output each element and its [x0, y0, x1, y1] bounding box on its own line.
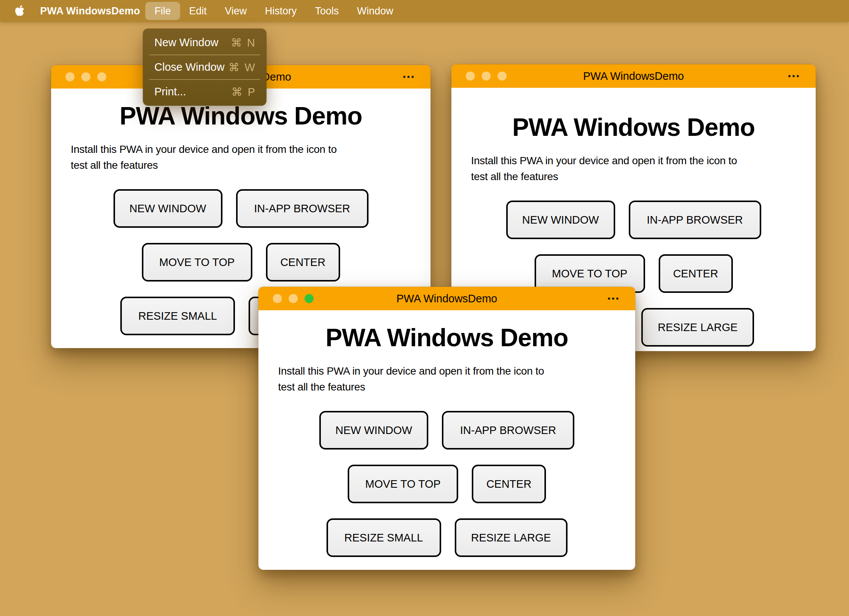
menubar-item-history[interactable]: History	[256, 2, 306, 20]
move-to-top-button[interactable]: MOVE TO TOP	[348, 465, 458, 503]
menubar-item-file[interactable]: File	[145, 2, 180, 20]
shortcut-label: ⌘ P	[232, 86, 256, 98]
zoom-icon[interactable]	[97, 72, 106, 81]
button-row: MOVE TO TOP CENTER	[71, 243, 411, 282]
in-app-browser-button[interactable]: IN-APP BROWSER	[236, 189, 369, 228]
new-window-button[interactable]: NEW WINDOW	[506, 201, 615, 239]
description: Install this PWA in your device and open…	[278, 363, 616, 395]
minimize-icon[interactable]	[81, 72, 90, 81]
shortcut-label: ⌘ N	[231, 36, 256, 49]
menubar-app-name[interactable]: PWA WindowsDemo	[40, 5, 140, 17]
move-to-top-button[interactable]: MOVE TO TOP	[142, 243, 252, 282]
traffic-lights	[65, 72, 106, 81]
menu-item-label: Print...	[154, 86, 186, 98]
resize-large-button[interactable]: RESIZE LARGE	[455, 518, 568, 557]
resize-small-button[interactable]: RESIZE SMALL	[120, 297, 235, 335]
menu-item-print[interactable]: Print... ⌘ P	[143, 81, 266, 102]
shortcut-label: ⌘ W	[229, 61, 256, 74]
traffic-lights	[466, 72, 507, 81]
new-window-button[interactable]: NEW WINDOW	[114, 189, 222, 228]
button-row: RESIZE SMALL RESIZE LARGE	[278, 518, 616, 557]
titlebar[interactable]: PWA WindowsDemo •••	[451, 64, 816, 88]
menu-separator	[149, 79, 260, 80]
menu-item-new-window[interactable]: New Window ⌘ N	[143, 32, 266, 53]
description: Install this PWA in your device and open…	[71, 142, 411, 173]
menubar-item-window[interactable]: Window	[348, 2, 402, 20]
more-menu-icon[interactable]: •••	[788, 72, 801, 81]
window-content: PWA Windows Demo Install this PWA in you…	[258, 310, 635, 557]
center-button[interactable]: CENTER	[659, 254, 733, 293]
more-menu-icon[interactable]: •••	[608, 294, 620, 303]
center-button[interactable]: CENTER	[472, 465, 546, 503]
minimize-icon[interactable]	[482, 72, 491, 81]
menu-separator	[149, 54, 260, 55]
menu-item-close-window[interactable]: Close Window ⌘ W	[143, 57, 266, 78]
zoom-icon[interactable]	[305, 294, 314, 303]
menubar: PWA WindowsDemo File Edit View History T…	[0, 0, 849, 22]
button-row: NEW WINDOW IN-APP BROWSER	[471, 201, 796, 239]
menu-item-label: Close Window	[154, 61, 224, 73]
description-line: test all the features	[71, 157, 411, 173]
menubar-item-edit[interactable]: Edit	[180, 2, 216, 20]
button-row: NEW WINDOW IN-APP BROWSER	[71, 189, 411, 228]
description: Install this PWA in your device and open…	[471, 153, 796, 185]
window-title: PWA WindowsDemo	[258, 292, 635, 305]
button-row: MOVE TO TOP CENTER	[278, 465, 616, 503]
button-grid: NEW WINDOW IN-APP BROWSER MOVE TO TOP CE…	[278, 411, 616, 557]
menubar-item-view[interactable]: View	[216, 2, 256, 20]
traffic-lights	[273, 294, 314, 303]
close-icon[interactable]	[65, 72, 75, 81]
resize-small-button[interactable]: RESIZE SMALL	[327, 518, 441, 557]
description-line: test all the features	[278, 379, 616, 395]
in-app-browser-button[interactable]: IN-APP BROWSER	[442, 411, 574, 450]
zoom-icon[interactable]	[498, 72, 507, 81]
resize-large-button[interactable]: RESIZE LARGE	[641, 308, 754, 347]
page-title: PWA Windows Demo	[471, 113, 796, 142]
description-line: Install this PWA in your device and open…	[471, 153, 796, 169]
close-icon[interactable]	[273, 294, 282, 303]
minimize-icon[interactable]	[289, 294, 298, 303]
close-icon[interactable]	[466, 72, 475, 81]
center-button[interactable]: CENTER	[266, 243, 340, 282]
page-title: PWA Windows Demo	[71, 101, 411, 130]
button-row: NEW WINDOW IN-APP BROWSER	[278, 411, 616, 450]
menu-item-label: New Window	[154, 36, 218, 49]
more-menu-icon[interactable]: •••	[403, 73, 415, 81]
menubar-items: File Edit View History Tools Window	[145, 0, 402, 22]
titlebar[interactable]: PWA WindowsDemo •••	[258, 287, 635, 310]
new-window-button[interactable]: NEW WINDOW	[319, 411, 428, 450]
file-menu-dropdown: New Window ⌘ N Close Window ⌘ W Print...…	[143, 29, 266, 106]
in-app-browser-button[interactable]: IN-APP BROWSER	[629, 201, 761, 239]
menubar-item-tools[interactable]: Tools	[306, 2, 348, 20]
pwa-window-front: PWA WindowsDemo ••• PWA Windows Demo Ins…	[258, 287, 635, 570]
page-title: PWA Windows Demo	[278, 323, 616, 352]
description-line: Install this PWA in your device and open…	[278, 363, 616, 379]
description-line: test all the features	[471, 169, 796, 185]
description-line: Install this PWA in your device and open…	[71, 142, 411, 157]
apple-icon[interactable]	[14, 5, 25, 17]
